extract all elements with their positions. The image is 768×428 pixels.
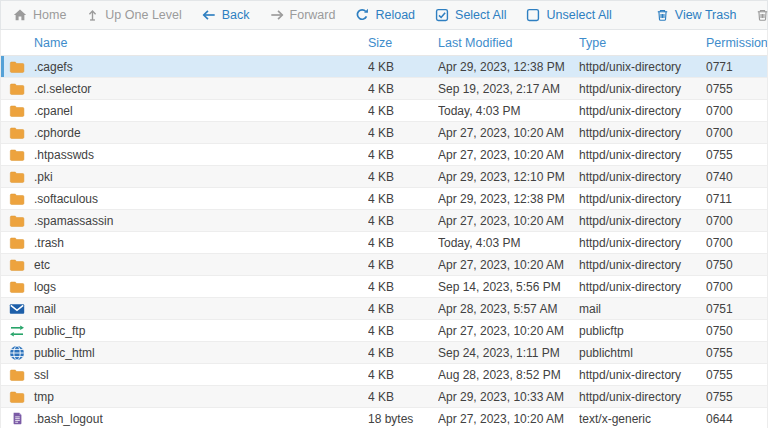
table-row[interactable]: .bash_logout18 bytesApr 27, 2023, 10:20 … [1,408,767,428]
table-row[interactable]: .spamassassin4 KBApr 27, 2023, 10:20 AMh… [1,210,767,232]
toolbar-button-empty-trash[interactable]: Empty Trash [756,8,768,22]
file-name-cell: .trash [1,235,368,251]
folder-icon [9,389,25,405]
file-permissions: 0755 [706,148,767,162]
table-row[interactable]: .cagefs4 KBApr 29, 2023, 12:38 PMhttpd/u… [1,56,767,78]
toolbar-button-label: Up One Level [105,8,181,22]
globe-icon [9,345,25,361]
file-modified: Sep 24, 2023, 1:11 PM [438,346,579,360]
file-permissions: 0750 [706,258,767,272]
file-name[interactable]: .cagefs [34,60,73,74]
table-row[interactable]: mail4 KBApr 28, 2023, 5:57 AMmail0751 [1,298,767,320]
toolbar-button-select-all[interactable]: Select All [435,8,506,22]
file-name[interactable]: .bash_logout [34,412,103,426]
file-name[interactable]: .trash [34,236,64,250]
file-size: 4 KB [368,82,438,96]
column-header-name[interactable]: Name [1,36,368,50]
table-row[interactable]: logs4 KBSep 14, 2023, 5:56 PMhttpd/unix-… [1,276,767,298]
toolbar-button-unselect-all[interactable]: Unselect All [526,8,611,22]
file-permissions: 0751 [706,302,767,316]
file-name[interactable]: .cphorde [34,126,81,140]
toolbar-button-reload[interactable]: Reload [355,8,415,22]
file-name[interactable]: .softaculous [34,192,98,206]
file-modified: Apr 29, 2023, 10:33 AM [438,390,579,404]
file-name[interactable]: .pki [34,170,53,184]
file-name-cell: .pki [1,169,368,185]
table-row[interactable]: ssl4 KBAug 28, 2023, 8:52 PMhttpd/unix-d… [1,364,767,386]
file-size: 4 KB [368,324,438,338]
folder-icon [9,235,25,251]
column-header-size[interactable]: Size [368,36,438,50]
file-modified: Sep 19, 2023, 2:17 AM [438,82,579,96]
toolbar-button-label: Home [33,8,66,22]
file-permissions: 0711 [706,192,767,206]
file-permissions: 0755 [706,390,767,404]
checkbox-checked-icon [435,8,449,22]
table-row[interactable]: .cl.selector4 KBSep 19, 2023, 2:17 AMhtt… [1,78,767,100]
table-row[interactable]: .cpanel4 KBToday, 4:03 PMhttpd/unix-dire… [1,100,767,122]
file-modified: Apr 27, 2023, 10:20 AM [438,412,579,426]
file-name[interactable]: mail [34,302,56,316]
file-name-cell: .bash_logout [1,411,368,427]
file-size: 4 KB [368,126,438,140]
table-row[interactable]: .pki4 KBApr 29, 2023, 12:10 PMhttpd/unix… [1,166,767,188]
file-type: httpd/unix-directory [579,82,706,96]
table-row[interactable]: public_html4 KBSep 24, 2023, 1:11 PMpubl… [1,342,767,364]
file-name-cell: .cl.selector [1,81,368,97]
file-name[interactable]: logs [34,280,56,294]
file-name[interactable]: .spamassassin [34,214,113,228]
back-arrow-icon [202,8,216,22]
file-permissions: 0700 [706,280,767,294]
file-name[interactable]: tmp [34,390,54,404]
folder-icon [9,191,25,207]
toolbar-button-forward[interactable]: Forward [270,8,336,22]
table-row[interactable]: tmp4 KBApr 29, 2023, 10:33 AMhttpd/unix-… [1,386,767,408]
file-name[interactable]: .cpanel [34,104,73,118]
folder-icon [9,81,25,97]
toolbar-button-label: View Trash [675,8,737,22]
file-modified: Today, 4:03 PM [438,104,579,118]
file-modified: Apr 27, 2023, 10:20 AM [438,126,579,140]
folder-icon [9,279,25,295]
table-row[interactable]: etc4 KBApr 27, 2023, 10:20 AMhttpd/unix-… [1,254,767,276]
file-modified: Apr 28, 2023, 5:57 AM [438,302,579,316]
file-name[interactable]: public_html [34,346,95,360]
table-row[interactable]: .cphorde4 KBApr 27, 2023, 10:20 AMhttpd/… [1,122,767,144]
file-name[interactable]: .cl.selector [34,82,91,96]
file-type: httpd/unix-directory [579,258,706,272]
toolbar-button-up-one-level[interactable]: Up One Level [86,8,181,22]
table-row[interactable]: .htpasswds4 KBApr 27, 2023, 10:20 AMhttp… [1,144,767,166]
file-name-cell: public_ftp [1,323,368,339]
file-name[interactable]: .htpasswds [34,148,94,162]
file-name-cell: ssl [1,367,368,383]
file-permissions: 0644 [706,412,767,426]
file-type: mail [579,302,706,316]
file-size: 4 KB [368,368,438,382]
column-header-modified[interactable]: Last Modified [438,36,579,50]
file-type: publicftp [579,324,706,338]
mail-icon [9,301,25,317]
file-name[interactable]: ssl [34,368,49,382]
table-row[interactable]: .trash4 KBToday, 4:03 PMhttpd/unix-direc… [1,232,767,254]
folder-icon [9,367,25,383]
table-row[interactable]: public_ftp4 KBApr 27, 2023, 10:20 AMpubl… [1,320,767,342]
file-modified: Apr 27, 2023, 10:20 AM [438,148,579,162]
folder-icon [9,125,25,141]
file-name-cell: tmp [1,389,368,405]
file-modified: Sep 14, 2023, 5:56 PM [438,280,579,294]
file-type: httpd/unix-directory [579,236,706,250]
file-permissions: 0700 [706,236,767,250]
file-modified: Apr 29, 2023, 12:38 PM [438,192,579,206]
file-name[interactable]: public_ftp [34,324,85,338]
toolbar-button-back[interactable]: Back [202,8,250,22]
up-one-level-icon [86,9,99,22]
toolbar-button-view-trash[interactable]: View Trash [656,8,737,22]
column-header-permissions[interactable]: Permissions [706,36,767,50]
column-header-type[interactable]: Type [579,36,706,50]
reload-icon [355,8,369,22]
file-name[interactable]: etc [34,258,50,272]
file-type: httpd/unix-directory [579,192,706,206]
toolbar-button-home[interactable]: Home [13,8,66,22]
table-row[interactable]: .softaculous4 KBApr 29, 2023, 12:38 PMht… [1,188,767,210]
file-name-cell: .cpanel [1,103,368,119]
